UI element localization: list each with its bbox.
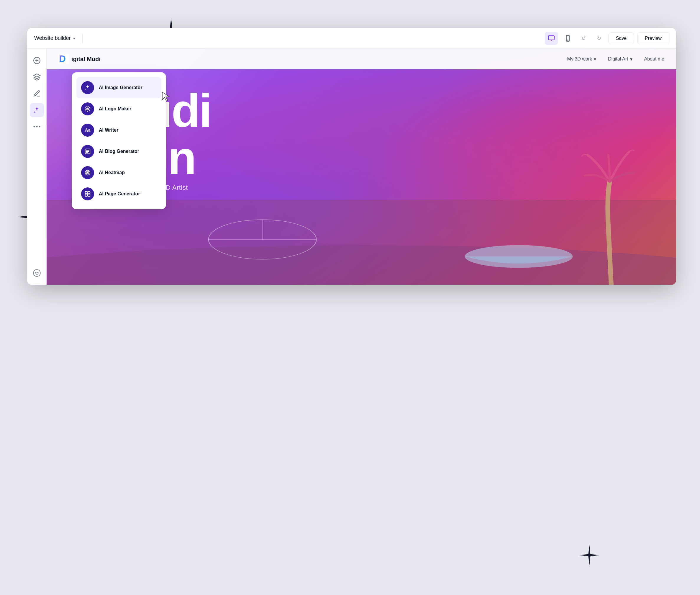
sidebar-item-add[interactable] bbox=[30, 53, 44, 67]
svg-rect-28 bbox=[88, 194, 90, 196]
sparkle-decoration-bottom-right bbox=[579, 545, 600, 565]
browser-window: Website builder ▾ ↺ ↻ Save Preview bbox=[27, 28, 676, 285]
ai-logo-maker-label: AI Logo Maker bbox=[99, 106, 131, 112]
ai-blog-generator-label: AI Blog Generator bbox=[99, 149, 139, 154]
desktop-view-button[interactable] bbox=[545, 32, 558, 45]
toolbar-divider bbox=[82, 34, 83, 43]
toolbar: Website builder ▾ ↺ ↻ Save Preview bbox=[27, 28, 676, 49]
nav-link-digitalart[interactable]: Digital Art ▾ bbox=[608, 56, 632, 62]
chevron-icon-2: ▾ bbox=[630, 56, 633, 62]
svg-point-6 bbox=[39, 126, 40, 128]
svg-point-24 bbox=[87, 172, 88, 173]
ai-logo-maker-icon bbox=[81, 103, 94, 115]
sidebar-item-ai-tools[interactable] bbox=[30, 103, 44, 117]
svg-point-9 bbox=[37, 272, 38, 273]
canvas-area[interactable]: D igital Mudi My 3D work ▾ Digital Art ▾ bbox=[47, 49, 676, 285]
site-logo: D igital Mudi bbox=[58, 54, 100, 64]
svg-rect-26 bbox=[88, 192, 90, 194]
ai-tools-panel: AI Image Generator AI Logo Maker bbox=[72, 72, 166, 209]
website-builder-label: Website builder bbox=[34, 35, 71, 41]
save-button[interactable]: Save bbox=[609, 32, 634, 44]
ai-writer-label: AI Writer bbox=[99, 128, 118, 133]
ai-image-generator-item[interactable]: AI Image Generator bbox=[77, 77, 162, 98]
sidebar-item-more[interactable] bbox=[30, 119, 44, 134]
ai-page-generator-label: AI Page Generator bbox=[99, 191, 140, 197]
ai-blog-generator-item[interactable]: AI Blog Generator bbox=[77, 141, 162, 162]
svg-rect-0 bbox=[548, 36, 554, 40]
ai-image-generator-icon bbox=[81, 81, 94, 94]
site-nav-links: My 3D work ▾ Digital Art ▾ About me bbox=[567, 56, 664, 62]
undo-button[interactable]: ↺ bbox=[578, 32, 590, 44]
ai-heatmap-label: AI Heatmap bbox=[99, 170, 125, 175]
ai-heatmap-icon bbox=[81, 166, 94, 179]
svg-point-4 bbox=[33, 126, 35, 128]
cursor-arrow bbox=[162, 91, 171, 102]
ai-blog-generator-icon bbox=[81, 145, 94, 158]
main-area: D igital Mudi My 3D work ▾ Digital Art ▾ bbox=[27, 49, 676, 285]
site-logo-text: igital Mudi bbox=[71, 56, 100, 63]
svg-point-5 bbox=[36, 126, 37, 128]
ai-writer-item[interactable]: Aa AI Writer bbox=[77, 119, 162, 141]
svg-rect-25 bbox=[85, 192, 87, 194]
toolbar-right: ↺ ↻ Save Preview bbox=[545, 32, 669, 45]
ai-writer-icon: Aa bbox=[81, 124, 94, 137]
sidebar bbox=[27, 49, 47, 285]
ai-logo-maker-item[interactable]: AI Logo Maker bbox=[77, 98, 162, 119]
ai-page-generator-icon bbox=[81, 188, 94, 200]
redo-button[interactable]: ↻ bbox=[593, 32, 605, 44]
svg-point-20 bbox=[87, 109, 88, 110]
svg-rect-27 bbox=[85, 194, 87, 196]
ai-image-generator-label: AI Image Generator bbox=[99, 85, 143, 90]
chevron-icon: ▾ bbox=[594, 56, 596, 62]
sidebar-item-design[interactable] bbox=[30, 86, 44, 101]
sidebar-item-emoji[interactable] bbox=[30, 266, 44, 280]
nav-link-3dwork[interactable]: My 3D work ▾ bbox=[567, 56, 596, 62]
toolbar-left: Website builder ▾ bbox=[34, 35, 75, 41]
svg-point-2 bbox=[567, 40, 568, 40]
palm-tree-svg bbox=[570, 137, 652, 285]
nav-link-aboutme[interactable]: About me bbox=[644, 56, 664, 62]
svg-point-8 bbox=[35, 272, 36, 273]
preview-button[interactable]: Preview bbox=[638, 32, 669, 44]
ai-heatmap-item[interactable]: AI Heatmap bbox=[77, 162, 162, 183]
chevron-down-icon[interactable]: ▾ bbox=[73, 36, 75, 41]
logo-icon: D bbox=[58, 54, 69, 64]
svg-point-7 bbox=[33, 270, 40, 276]
svg-text:D: D bbox=[59, 54, 66, 64]
ai-page-generator-item[interactable]: AI Page Generator bbox=[77, 183, 162, 204]
sidebar-item-layers[interactable] bbox=[30, 70, 44, 84]
mobile-view-button[interactable] bbox=[561, 32, 574, 45]
site-nav: D igital Mudi My 3D work ▾ Digital Art ▾ bbox=[47, 49, 676, 69]
